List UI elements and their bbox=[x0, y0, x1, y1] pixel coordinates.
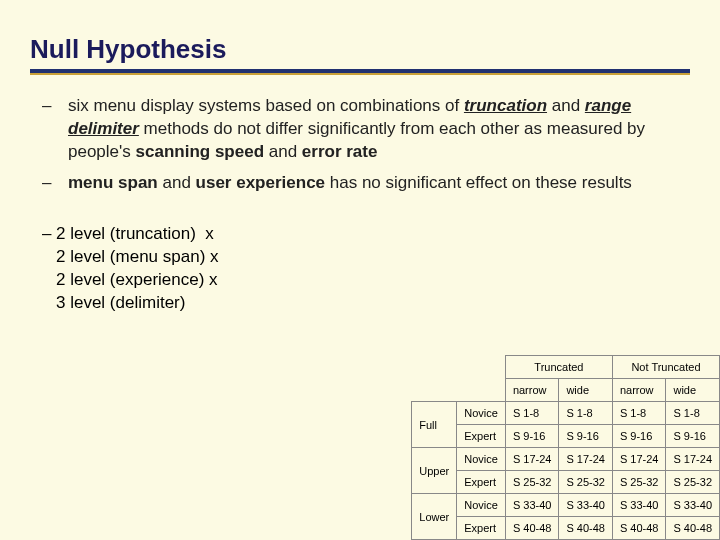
row-novice: Novice bbox=[457, 494, 506, 517]
cell: S 17-24 bbox=[559, 448, 613, 471]
cell: S 40-48 bbox=[666, 517, 720, 540]
cell: S 25-32 bbox=[612, 471, 666, 494]
cell: S 1-8 bbox=[612, 402, 666, 425]
cell: S 1-8 bbox=[505, 402, 559, 425]
cell: S 1-8 bbox=[666, 402, 720, 425]
row-group-upper: Upper bbox=[412, 448, 457, 494]
bullet-dash: – bbox=[30, 95, 68, 164]
col-group-truncated: Truncated bbox=[505, 356, 612, 379]
cell: S 9-16 bbox=[505, 425, 559, 448]
title-rule-2 bbox=[30, 73, 690, 75]
col-wide: wide bbox=[666, 379, 720, 402]
slide-title: Null Hypothesis bbox=[30, 34, 690, 65]
cell: S 25-32 bbox=[666, 471, 720, 494]
bullet-dash: – bbox=[30, 172, 68, 195]
cell: S 33-40 bbox=[505, 494, 559, 517]
col-narrow: narrow bbox=[505, 379, 559, 402]
cell: S 40-48 bbox=[505, 517, 559, 540]
cell: S 9-16 bbox=[612, 425, 666, 448]
design-table: Truncated Not Truncated narrow wide narr… bbox=[411, 355, 720, 540]
col-group-not-truncated: Not Truncated bbox=[612, 356, 719, 379]
cell: S 17-24 bbox=[505, 448, 559, 471]
cell: S 1-8 bbox=[559, 402, 613, 425]
row-expert: Expert bbox=[457, 517, 506, 540]
bullet-3: –2 level (truncation) x 2 level (menu sp… bbox=[30, 223, 219, 315]
cell: S 17-24 bbox=[612, 448, 666, 471]
row-expert: Expert bbox=[457, 471, 506, 494]
cell: S 9-16 bbox=[666, 425, 720, 448]
cell: S 25-32 bbox=[505, 471, 559, 494]
row-novice: Novice bbox=[457, 402, 506, 425]
cell: S 40-48 bbox=[612, 517, 666, 540]
col-narrow: narrow bbox=[612, 379, 666, 402]
row-novice: Novice bbox=[457, 448, 506, 471]
cell: S 17-24 bbox=[666, 448, 720, 471]
cell: S 33-40 bbox=[612, 494, 666, 517]
bullet-2: menu span and user experience has no sig… bbox=[68, 172, 690, 195]
bullet-list: – six menu display systems based on comb… bbox=[30, 95, 690, 195]
cell: S 33-40 bbox=[666, 494, 720, 517]
row-expert: Expert bbox=[457, 425, 506, 448]
col-wide: wide bbox=[559, 379, 613, 402]
row-group-full: Full bbox=[412, 402, 457, 448]
bullet-1: six menu display systems based on combin… bbox=[68, 95, 690, 164]
cell: S 33-40 bbox=[559, 494, 613, 517]
row-group-lower: Lower bbox=[412, 494, 457, 540]
cell: S 40-48 bbox=[559, 517, 613, 540]
cell: S 25-32 bbox=[559, 471, 613, 494]
cell: S 9-16 bbox=[559, 425, 613, 448]
